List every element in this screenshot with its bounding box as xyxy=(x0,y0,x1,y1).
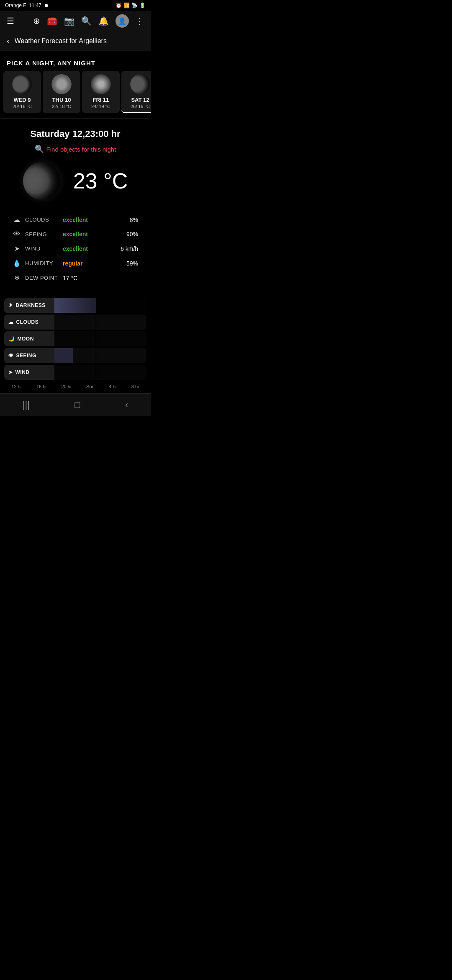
clouds-chart-icon: ☁ xyxy=(8,319,14,325)
day-label-wed9: WED 9 xyxy=(6,97,39,103)
menu-icon[interactable]: ☰ xyxy=(7,16,14,26)
moon-thu10 xyxy=(51,74,72,94)
wind-chart-label: ➤ WIND xyxy=(4,365,54,380)
moon-chart-text: MOON xyxy=(18,336,34,342)
temp-section: 23 °C xyxy=(7,162,144,200)
recent-apps-button[interactable]: ||| xyxy=(14,398,38,412)
moon-wed9 xyxy=(12,74,32,94)
dewpoint-value: 17 °C xyxy=(63,275,77,281)
bell-icon[interactable]: 🔔 xyxy=(98,16,109,26)
wind-stat-icon: ➤ xyxy=(13,245,21,253)
stat-humidity: 💧 HUMIDITY regular 59% xyxy=(13,256,138,271)
seeing-quality: excellent xyxy=(63,231,88,237)
day-card-sat12[interactable]: SAT 12 26/ 19 °C xyxy=(121,71,151,113)
bottom-nav: ||| □ ‹ xyxy=(0,393,151,416)
wifi-icon: 📶 xyxy=(123,3,130,8)
clouds-quality: excellent xyxy=(63,217,88,223)
wind-quality: excellent xyxy=(63,245,88,252)
home-button[interactable]: □ xyxy=(66,398,88,412)
chart-row-darkness: ☀ DARKNESS xyxy=(4,298,146,313)
signal-icon: 📡 xyxy=(131,3,138,8)
darkness-chart-bar xyxy=(54,298,146,313)
humidity-value: 59% xyxy=(126,260,138,267)
search-objects-icon: 🔍 xyxy=(35,144,44,154)
stat-wind: ➤ WIND excellent 6 km/h xyxy=(13,241,138,256)
day-label-thu10: THU 10 xyxy=(45,97,78,103)
moon-chart-bar xyxy=(54,331,146,346)
darkness-chart-icon: ☀ xyxy=(8,302,13,308)
day-card-wed9[interactable]: WED 9 20/ 16 °C xyxy=(3,71,41,113)
recording-icon: ⏺ xyxy=(44,3,49,8)
weather-main: Saturday 12,23:00 hr 🔍 Find objects for … xyxy=(0,120,151,200)
toolbox-icon[interactable]: 🧰 xyxy=(47,16,57,26)
darkness-chart-label: ☀ DARKNESS xyxy=(4,298,54,313)
clouds-chart-text: CLOUDS xyxy=(16,319,39,325)
humidity-label: HUMIDITY xyxy=(25,260,59,266)
day-selector[interactable]: WED 9 20/ 16 °C THU 10 22/ 18 °C FRI 11 … xyxy=(0,71,151,116)
seeing-chart-label: 👁 SEEING xyxy=(4,348,54,363)
clouds-stat-icon: ☁ xyxy=(13,216,21,224)
center-nav-icons: ⊕ 🧰 📷 🔍 🔔 👤 ⋮ xyxy=(33,14,144,28)
status-icons: ⏰ 📶 📡 🔋 xyxy=(116,3,146,8)
chart-row-seeing: 👁 SEEING xyxy=(4,348,146,363)
dewpoint-stat-icon: ❄ xyxy=(13,274,21,282)
wind-chart-text: WIND xyxy=(15,369,30,375)
moon-chart-label: 🌙 MOON xyxy=(4,331,54,346)
stat-clouds: ☁ CLOUDS excellent 8% xyxy=(13,212,138,227)
dewpoint-label: DEW POINT xyxy=(25,275,59,281)
time-4hr: 4 hr xyxy=(109,384,117,389)
day-card-fri11[interactable]: FRI 11 24/ 19 °C xyxy=(82,71,120,113)
avatar[interactable]: 👤 xyxy=(116,14,129,28)
top-nav: ☰ ⊕ 🧰 📷 🔍 🔔 👤 ⋮ xyxy=(0,11,151,31)
stat-dewpoint: ❄ DEW POINT 17 °C xyxy=(13,271,138,285)
target-icon[interactable]: ⊕ xyxy=(33,16,40,26)
more-icon[interactable]: ⋮ xyxy=(136,16,144,26)
find-objects-button[interactable]: 🔍 Find objects for this night xyxy=(7,144,144,154)
left-nav-icons: ☰ xyxy=(7,16,14,26)
chart-row-moon: 🌙 MOON xyxy=(4,331,146,346)
wind-chart-icon: ➤ xyxy=(8,369,13,375)
status-bar: Orange F 11:47 ⏺ ⏰ 📶 📡 🔋 xyxy=(0,0,151,11)
clouds-chart-label: ☁ CLOUDS xyxy=(4,315,54,330)
seeing-label: SEEING xyxy=(25,231,59,237)
pick-night-title: PICK A NIGHT, ANY NIGHT xyxy=(0,51,151,71)
carrier-text: Orange F xyxy=(5,3,26,8)
search-icon[interactable]: 🔍 xyxy=(81,16,92,26)
time-20hr: 20 hr xyxy=(61,384,72,389)
page-title: Weather Forecast for Argelliers xyxy=(15,37,107,45)
darkness-chart-text: DARKNESS xyxy=(16,302,46,308)
wind-chart-bar xyxy=(54,365,146,380)
day-temp-thu10: 22/ 18 °C xyxy=(45,104,78,109)
selected-date: Saturday 12,23:00 hr xyxy=(7,129,144,139)
time-12hr: 12 hr xyxy=(11,384,22,389)
back-button[interactable]: ‹ xyxy=(7,36,10,46)
moon-phase-display xyxy=(23,162,61,200)
chart-row-clouds: ☁ CLOUDS xyxy=(4,315,146,330)
day-temp-sat12: 26/ 19 °C xyxy=(124,104,151,109)
humidity-quality: regular xyxy=(63,260,82,267)
moon-fri11 xyxy=(91,74,111,94)
chart-row-wind: ➤ WIND xyxy=(4,365,146,380)
day-label-sat12: SAT 12 xyxy=(124,97,151,103)
seeing-chart-bar xyxy=(54,348,146,363)
day-temp-wed9: 20/ 16 °C xyxy=(6,104,39,109)
temperature-display: 23 °C xyxy=(73,168,128,193)
day-card-thu10[interactable]: THU 10 22/ 18 °C xyxy=(43,71,80,113)
seeing-chart-icon: 👁 xyxy=(8,353,14,358)
stats-section: ☁ CLOUDS excellent 8% 👁 SEEING excellent… xyxy=(0,212,151,294)
battery-icon: 🔋 xyxy=(139,3,146,8)
back-button-nav[interactable]: ‹ xyxy=(117,398,136,412)
day-label-fri11: FRI 11 xyxy=(85,97,117,103)
time-text: 11:47 xyxy=(29,3,41,8)
clouds-chart-bar xyxy=(54,315,146,330)
clouds-value: 8% xyxy=(130,217,138,223)
time-axis: 12 hr 16 hr 20 hr Sun 4 hr 8 hr xyxy=(0,382,151,390)
clouds-label: CLOUDS xyxy=(25,217,59,223)
time-8hr: 8 hr xyxy=(131,384,139,389)
humidity-stat-icon: 💧 xyxy=(13,259,21,267)
seeing-stat-icon: 👁 xyxy=(13,230,21,238)
day-temp-fri11: 24/ 19 °C xyxy=(85,104,117,109)
seeing-value: 90% xyxy=(126,231,138,237)
camera-icon[interactable]: 📷 xyxy=(64,16,74,26)
find-objects-label: Find objects for this night xyxy=(46,146,116,153)
